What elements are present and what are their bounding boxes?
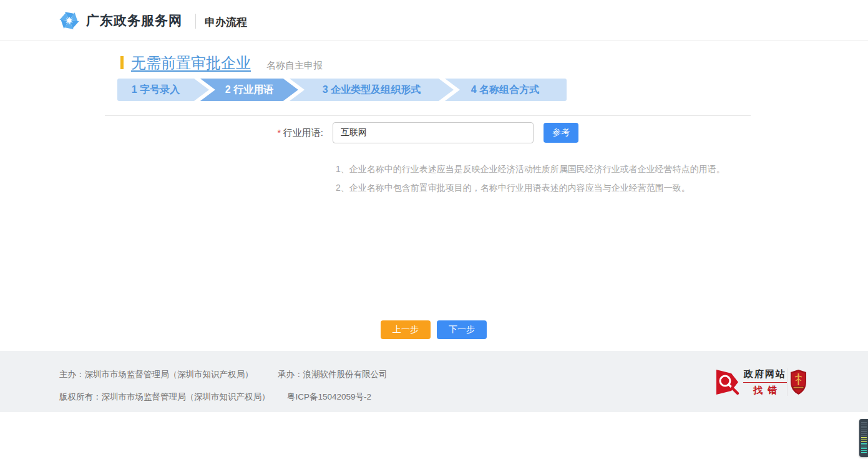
industry-term-label-text: 行业用语: [283,127,323,138]
page-title: 无需前置审批企业 [131,53,251,73]
minimap-stripes-teal [861,443,867,454]
extension-minimap-widget[interactable] [859,419,868,457]
industry-term-label: *行业用语: [105,123,323,143]
badge-divider [787,368,788,396]
previous-step-button[interactable]: 上一步 [381,320,431,339]
hint-line-2: 2、企业名称中包含前置审批项目的，名称中行业用语表述的内容应当与企业经营范围一致… [336,183,690,194]
security-shield-icon [790,369,807,395]
hint-line-1: 1、企业名称中的行业表述应当是反映企业经济活动性质所属国民经济行业或者企业经营特… [336,164,725,175]
footer-icp-number: 粤ICP备15042059号-2 [287,391,371,403]
next-step-button[interactable]: 下一步 [437,320,487,339]
gov-website-error-report-badge[interactable]: 政府网站 找错 [716,368,787,396]
footer-copyright: 版权所有：深圳市市场监督管理局（深圳市知识产权局） [59,391,270,403]
footer-host: 主办：深圳市市场监督管理局（深圳市知识产权局） [59,369,253,380]
reference-button[interactable]: 参考 [544,123,578,143]
step-progress-bar: 1 字号录入 2 行业用语 3 企业类型及组织形式 4 名称组合方式 [117,79,567,101]
error-badge-line2: 找错 [743,385,787,396]
footer-undertaker: 承办：浪潮软件股份有限公司 [278,369,388,380]
minimap-stripes-gray [861,422,867,436]
site-brand[interactable]: 广东政务服务网 [59,11,182,31]
required-asterisk: * [277,128,280,138]
header: 广东政务服务网 申办流程 [0,0,868,41]
site-name: 广东政务服务网 [86,12,182,29]
error-badge-line1: 政府网站 [743,368,787,383]
page-name: 申办流程 [205,15,247,29]
title-accent-bar [120,56,124,69]
site-logo-icon [59,11,79,31]
step-1-zihao-entry[interactable]: 1 字号录入 [117,79,194,101]
page: 广东政务服务网 申办流程 无需前置审批企业 名称自主申报 1 字号录入 2 行业… [0,0,868,475]
error-badge-flag-icon [716,368,740,396]
step-3-company-type[interactable]: 3 企业类型及组织形式 [305,79,439,101]
industry-term-input[interactable] [333,122,534,143]
footer: 主办：深圳市市场监督管理局（深圳市知识产权局） 承办：浪潮软件股份有限公司 版权… [0,351,868,412]
content-divider [105,115,751,116]
header-divider [195,14,196,29]
step-4-name-combination[interactable]: 4 名称组合方式 [460,79,567,101]
error-badge-text: 政府网站 找错 [743,368,787,396]
security-shield-badge[interactable] [790,369,807,395]
minimap-stripes-yellow [861,437,867,442]
chevron-separator-icon [439,79,460,101]
page-subtitle: 名称自主申报 [266,60,323,72]
